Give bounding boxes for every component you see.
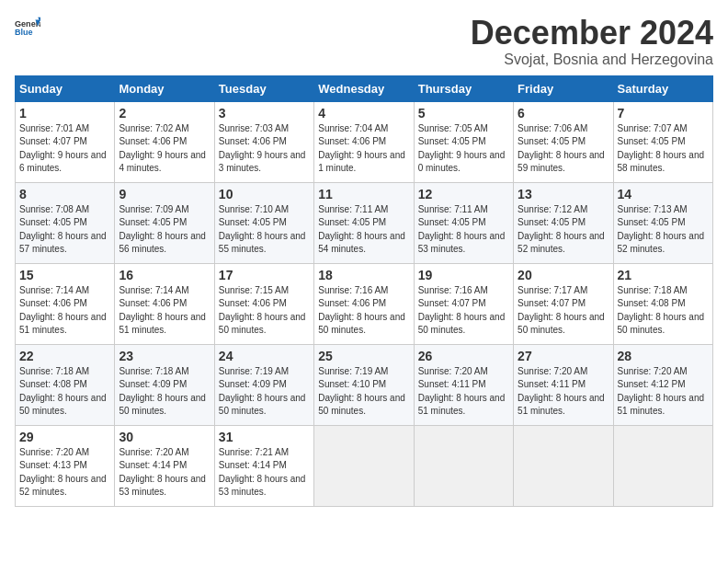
calendar-day-cell: 10Sunrise: 7:10 AMSunset: 4:05 PMDayligh… bbox=[214, 182, 313, 263]
calendar-day-cell: 13Sunrise: 7:12 AMSunset: 4:05 PMDayligh… bbox=[514, 182, 613, 263]
day-info: Sunrise: 7:08 AMSunset: 4:05 PMDaylight:… bbox=[19, 204, 107, 255]
page-subtitle: Svojat, Bosnia and Herzegovina bbox=[471, 52, 713, 68]
day-number: 21 bbox=[618, 268, 709, 282]
day-number: 13 bbox=[518, 187, 609, 201]
calendar-day-cell bbox=[613, 425, 712, 506]
calendar-day-cell: 30Sunrise: 7:20 AMSunset: 4:14 PMDayligh… bbox=[115, 425, 214, 506]
day-number: 24 bbox=[219, 349, 310, 363]
day-number: 28 bbox=[618, 349, 709, 363]
weekday-header-cell: Tuesday bbox=[214, 75, 313, 101]
day-number: 2 bbox=[119, 106, 210, 121]
day-number: 17 bbox=[219, 268, 310, 282]
day-number: 19 bbox=[418, 268, 509, 282]
day-info: Sunrise: 7:18 AMSunset: 4:09 PMDaylight:… bbox=[119, 366, 206, 417]
day-number: 27 bbox=[518, 349, 609, 363]
weekday-header-row: SundayMondayTuesdayWednesdayThursdayFrid… bbox=[16, 75, 713, 101]
day-number: 12 bbox=[418, 187, 509, 201]
day-info: Sunrise: 7:02 AMSunset: 4:06 PMDaylight:… bbox=[119, 123, 206, 174]
day-number: 4 bbox=[318, 106, 409, 121]
calendar-day-cell: 4Sunrise: 7:04 AMSunset: 4:06 PMDaylight… bbox=[314, 101, 414, 182]
calendar-day-cell: 26Sunrise: 7:20 AMSunset: 4:11 PMDayligh… bbox=[414, 344, 513, 425]
calendar-day-cell: 14Sunrise: 7:13 AMSunset: 4:05 PMDayligh… bbox=[613, 182, 712, 263]
calendar-day-cell: 11Sunrise: 7:11 AMSunset: 4:05 PMDayligh… bbox=[314, 182, 414, 263]
day-info: Sunrise: 7:06 AMSunset: 4:05 PMDaylight:… bbox=[518, 123, 605, 174]
day-info: Sunrise: 7:16 AMSunset: 4:07 PMDaylight:… bbox=[418, 285, 506, 336]
calendar-week-row: 8Sunrise: 7:08 AMSunset: 4:05 PMDaylight… bbox=[16, 182, 713, 263]
day-number: 1 bbox=[19, 106, 110, 121]
day-info: Sunrise: 7:01 AMSunset: 4:07 PMDaylight:… bbox=[19, 123, 107, 174]
calendar-day-cell: 3Sunrise: 7:03 AMSunset: 4:06 PMDaylight… bbox=[214, 101, 313, 182]
weekday-header-cell: Wednesday bbox=[314, 75, 414, 101]
day-number: 14 bbox=[618, 187, 709, 201]
day-number: 11 bbox=[318, 187, 409, 201]
day-info: Sunrise: 7:20 AMSunset: 4:11 PMDaylight:… bbox=[418, 366, 506, 417]
calendar-day-cell: 31Sunrise: 7:21 AMSunset: 4:14 PMDayligh… bbox=[214, 425, 313, 506]
day-info: Sunrise: 7:20 AMSunset: 4:13 PMDaylight:… bbox=[19, 447, 107, 498]
calendar-day-cell: 5Sunrise: 7:05 AMSunset: 4:05 PMDaylight… bbox=[414, 101, 513, 182]
day-info: Sunrise: 7:18 AMSunset: 4:08 PMDaylight:… bbox=[19, 366, 107, 417]
calendar-day-cell: 25Sunrise: 7:19 AMSunset: 4:10 PMDayligh… bbox=[314, 344, 414, 425]
day-number: 30 bbox=[119, 430, 210, 444]
calendar-day-cell: 27Sunrise: 7:20 AMSunset: 4:11 PMDayligh… bbox=[514, 344, 613, 425]
day-info: Sunrise: 7:14 AMSunset: 4:06 PMDaylight:… bbox=[19, 285, 107, 336]
day-info: Sunrise: 7:20 AMSunset: 4:14 PMDaylight:… bbox=[119, 447, 206, 498]
day-number: 7 bbox=[618, 106, 709, 121]
calendar-day-cell: 18Sunrise: 7:16 AMSunset: 4:06 PMDayligh… bbox=[314, 263, 414, 344]
day-info: Sunrise: 7:04 AMSunset: 4:06 PMDaylight:… bbox=[318, 123, 405, 174]
day-number: 8 bbox=[19, 187, 110, 201]
day-info: Sunrise: 7:09 AMSunset: 4:05 PMDaylight:… bbox=[119, 204, 206, 255]
day-info: Sunrise: 7:20 AMSunset: 4:11 PMDaylight:… bbox=[518, 366, 605, 417]
calendar-body: 1Sunrise: 7:01 AMSunset: 4:07 PMDaylight… bbox=[16, 101, 713, 506]
calendar-day-cell: 15Sunrise: 7:14 AMSunset: 4:06 PMDayligh… bbox=[16, 263, 115, 344]
weekday-header-cell: Friday bbox=[514, 75, 613, 101]
day-info: Sunrise: 7:17 AMSunset: 4:07 PMDaylight:… bbox=[518, 285, 605, 336]
day-info: Sunrise: 7:03 AMSunset: 4:06 PMDaylight:… bbox=[219, 123, 306, 174]
calendar-day-cell: 22Sunrise: 7:18 AMSunset: 4:08 PMDayligh… bbox=[16, 344, 115, 425]
calendar-day-cell: 23Sunrise: 7:18 AMSunset: 4:09 PMDayligh… bbox=[115, 344, 214, 425]
calendar-day-cell bbox=[514, 425, 613, 506]
day-info: Sunrise: 7:11 AMSunset: 4:05 PMDaylight:… bbox=[418, 204, 506, 255]
calendar-day-cell: 1Sunrise: 7:01 AMSunset: 4:07 PMDaylight… bbox=[16, 101, 115, 182]
calendar-day-cell: 6Sunrise: 7:06 AMSunset: 4:05 PMDaylight… bbox=[514, 101, 613, 182]
calendar-day-cell: 7Sunrise: 7:07 AMSunset: 4:05 PMDaylight… bbox=[613, 101, 712, 182]
day-info: Sunrise: 7:18 AMSunset: 4:08 PMDaylight:… bbox=[618, 285, 705, 336]
calendar-day-cell: 19Sunrise: 7:16 AMSunset: 4:07 PMDayligh… bbox=[414, 263, 513, 344]
calendar-day-cell: 29Sunrise: 7:20 AMSunset: 4:13 PMDayligh… bbox=[16, 425, 115, 506]
day-number: 18 bbox=[318, 268, 409, 282]
day-number: 10 bbox=[219, 187, 310, 201]
weekday-header-cell: Sunday bbox=[16, 75, 115, 101]
calendar-day-cell: 21Sunrise: 7:18 AMSunset: 4:08 PMDayligh… bbox=[613, 263, 712, 344]
day-info: Sunrise: 7:13 AMSunset: 4:05 PMDaylight:… bbox=[618, 204, 705, 255]
day-info: Sunrise: 7:20 AMSunset: 4:12 PMDaylight:… bbox=[618, 366, 705, 417]
weekday-header-cell: Saturday bbox=[613, 75, 712, 101]
calendar-table: SundayMondayTuesdayWednesdayThursdayFrid… bbox=[15, 75, 713, 507]
day-info: Sunrise: 7:10 AMSunset: 4:05 PMDaylight:… bbox=[219, 204, 306, 255]
calendar-day-cell: 17Sunrise: 7:15 AMSunset: 4:06 PMDayligh… bbox=[214, 263, 313, 344]
calendar-day-cell bbox=[314, 425, 414, 506]
day-info: Sunrise: 7:12 AMSunset: 4:05 PMDaylight:… bbox=[518, 204, 605, 255]
day-number: 31 bbox=[219, 430, 310, 444]
day-info: Sunrise: 7:05 AMSunset: 4:05 PMDaylight:… bbox=[418, 123, 506, 174]
day-info: Sunrise: 7:15 AMSunset: 4:06 PMDaylight:… bbox=[219, 285, 306, 336]
calendar-day-cell: 16Sunrise: 7:14 AMSunset: 4:06 PMDayligh… bbox=[115, 263, 214, 344]
day-info: Sunrise: 7:07 AMSunset: 4:05 PMDaylight:… bbox=[618, 123, 705, 174]
day-number: 26 bbox=[418, 349, 509, 363]
calendar-day-cell: 2Sunrise: 7:02 AMSunset: 4:06 PMDaylight… bbox=[115, 101, 214, 182]
page-header: General Blue December 2024 Svojat, Bosni… bbox=[15, 15, 713, 68]
calendar-day-cell: 12Sunrise: 7:11 AMSunset: 4:05 PMDayligh… bbox=[414, 182, 513, 263]
calendar-day-cell: 8Sunrise: 7:08 AMSunset: 4:05 PMDaylight… bbox=[16, 182, 115, 263]
day-number: 5 bbox=[418, 106, 509, 121]
day-number: 23 bbox=[119, 349, 210, 363]
day-number: 15 bbox=[19, 268, 110, 282]
day-number: 3 bbox=[219, 106, 310, 121]
weekday-header-cell: Monday bbox=[115, 75, 214, 101]
day-number: 16 bbox=[119, 268, 210, 282]
day-number: 22 bbox=[19, 349, 110, 363]
calendar-day-cell: 9Sunrise: 7:09 AMSunset: 4:05 PMDaylight… bbox=[115, 182, 214, 263]
page-title: December 2024 bbox=[471, 15, 713, 52]
calendar-day-cell: 28Sunrise: 7:20 AMSunset: 4:12 PMDayligh… bbox=[613, 344, 712, 425]
calendar-week-row: 1Sunrise: 7:01 AMSunset: 4:07 PMDaylight… bbox=[16, 101, 713, 182]
calendar-week-row: 29Sunrise: 7:20 AMSunset: 4:13 PMDayligh… bbox=[16, 425, 713, 506]
day-number: 29 bbox=[19, 430, 110, 444]
logo-icon: General Blue bbox=[15, 15, 40, 40]
